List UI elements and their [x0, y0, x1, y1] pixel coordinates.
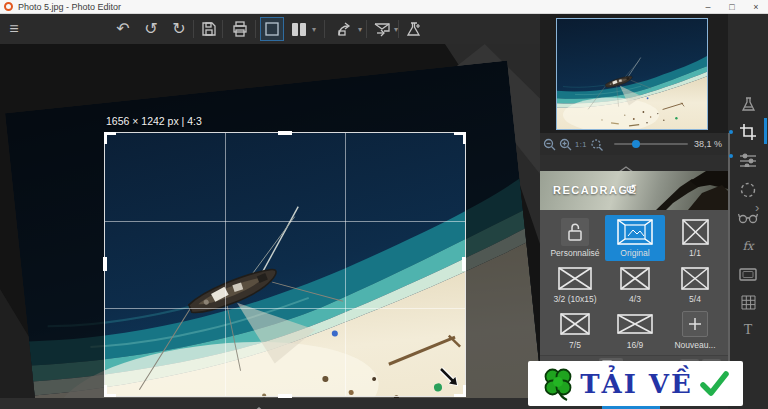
- toolbar-separator: [255, 20, 256, 38]
- photo-editor-window: Photo 5.jpg - Photo Editor – □ × ≡ ↶ ↺ ↻: [0, 0, 768, 409]
- single-view-button[interactable]: [260, 17, 284, 41]
- download-banner[interactable]: TẢI VỀ: [528, 361, 743, 406]
- crossed-rect-icon: [560, 309, 590, 339]
- glasses-icon[interactable]: [728, 206, 768, 230]
- editor-canvas[interactable]: 1656 × 1242 px | 4:3: [0, 44, 540, 398]
- thirds-gridline: [105, 308, 465, 309]
- preset-4-3[interactable]: 4/3: [605, 261, 665, 307]
- selection-circle-icon[interactable]: [728, 178, 768, 202]
- modified-dot: [729, 154, 733, 158]
- check-icon: [699, 370, 729, 398]
- toolbar-separator: [222, 20, 223, 38]
- zoom-slider[interactable]: [614, 143, 688, 145]
- thirds-gridline: [225, 133, 226, 396]
- close-button[interactable]: ×: [744, 0, 768, 14]
- crossed-rect-icon: [681, 263, 709, 293]
- toolbar-separator: [366, 20, 367, 38]
- menu-icon[interactable]: ≡: [4, 14, 24, 44]
- preset-3-2[interactable]: 3/2 (10x15): [545, 261, 605, 307]
- text-tool-icon[interactable]: T: [728, 318, 768, 342]
- filmstrip-collapse-bar[interactable]: [0, 398, 540, 409]
- chevron-up-icon[interactable]: [252, 400, 266, 409]
- window-title: Photo 5.jpg - Photo Editor: [18, 2, 121, 12]
- crop-reset-icon[interactable]: ↺: [625, 181, 637, 197]
- plus-icon: [682, 311, 708, 337]
- zoom-slider-handle[interactable]: [632, 140, 640, 148]
- share-icon[interactable]: [336, 14, 354, 44]
- share-dropdown-icon[interactable]: ▾: [355, 14, 365, 44]
- save-icon[interactable]: [200, 14, 218, 44]
- thirds-gridline: [345, 133, 346, 396]
- zoom-out-icon[interactable]: [543, 138, 556, 151]
- preset-nouveau[interactable]: Nouveau...: [665, 307, 725, 353]
- crossed-rect-icon: [620, 263, 650, 293]
- lock-open-icon: [561, 218, 589, 246]
- crop-handle-top-right[interactable]: [454, 132, 466, 144]
- toolbar-separator: [193, 20, 194, 38]
- original-frame-icon: [617, 217, 653, 247]
- develop-flask-icon[interactable]: [728, 92, 768, 116]
- crossed-rect-icon: [558, 263, 592, 293]
- crop-presets: Personnalisé Original: [540, 210, 728, 355]
- crop-handle-top-left[interactable]: [104, 132, 116, 144]
- crop-handle-right[interactable]: [462, 257, 466, 271]
- panel-expand-icon[interactable]: ›: [755, 200, 759, 215]
- preset-original[interactable]: Original: [605, 215, 665, 261]
- navigator-preview: [540, 14, 728, 133]
- grid-mesh-icon[interactable]: [728, 290, 768, 314]
- title-bar: Photo 5.jpg - Photo Editor – □ ×: [0, 0, 768, 14]
- crop-marquee[interactable]: [105, 133, 465, 396]
- effects-flask-icon[interactable]: [404, 14, 422, 44]
- print-icon[interactable]: [231, 14, 249, 44]
- adjustments-sliders-icon[interactable]: [728, 148, 768, 172]
- zoom-in-icon[interactable]: [559, 138, 572, 151]
- toolbar-separator: [398, 20, 399, 38]
- tool-sidebar: fx T: [728, 14, 768, 409]
- preset-1-1[interactable]: 1/1: [665, 215, 725, 261]
- crop-panel-header: RECADRAGE ↺: [540, 171, 728, 210]
- crop-handle-left[interactable]: [103, 257, 107, 271]
- frame-vignette-icon[interactable]: [728, 262, 768, 286]
- export-image-icon[interactable]: [372, 14, 392, 44]
- preset-5-4[interactable]: 5/4: [665, 261, 725, 307]
- crop-tool-icon[interactable]: [728, 120, 768, 144]
- resize-cursor-icon: [437, 365, 461, 393]
- redo-icon[interactable]: ↻: [168, 14, 190, 44]
- preset-7-5[interactable]: 7/5: [545, 307, 605, 353]
- crop-handle-top[interactable]: [278, 131, 292, 135]
- right-panel: 1:1 38,1 % RECADRAGE ↺: [540, 14, 728, 409]
- minimize-button[interactable]: –: [696, 0, 720, 14]
- photo-bright: [105, 133, 465, 396]
- toolbar-separator: [324, 20, 325, 38]
- export-dropdown-icon[interactable]: ▾: [391, 14, 401, 44]
- view-dropdown-icon[interactable]: ▾: [309, 14, 319, 44]
- clover-icon: [542, 366, 574, 402]
- crossed-rect-icon: [617, 309, 653, 339]
- crossed-rect-icon: [682, 217, 709, 247]
- back-icon[interactable]: ↶: [112, 14, 134, 44]
- undo-icon[interactable]: ↺: [140, 14, 162, 44]
- main-toolbar: ≡ ↶ ↺ ↻ ▾ ▾: [0, 14, 540, 44]
- split-view-button[interactable]: [289, 14, 309, 44]
- zoom-percentage: 38,1 %: [694, 139, 722, 149]
- navigator-thumbnail[interactable]: [556, 18, 708, 130]
- effects-fx-icon[interactable]: fx: [728, 234, 768, 258]
- zoom-controls: 1:1 38,1 %: [540, 133, 728, 155]
- download-text: TẢI VỀ: [580, 369, 693, 399]
- maximize-button[interactable]: □: [720, 0, 744, 14]
- modified-dot: [729, 130, 733, 134]
- crop-handle-bottom-left[interactable]: [104, 385, 116, 397]
- zoom-one-to-one-button[interactable]: 1:1: [575, 140, 587, 149]
- thirds-gridline: [105, 221, 465, 222]
- preset-personnalise[interactable]: Personnalisé: [545, 215, 605, 261]
- app-icon: [4, 2, 13, 11]
- preset-16-9[interactable]: 16/9: [605, 307, 665, 353]
- crop-size-label: 1656 × 1242 px | 4:3: [106, 115, 202, 127]
- zoom-fit-icon[interactable]: [590, 138, 604, 151]
- active-tool-indicator: [764, 118, 767, 144]
